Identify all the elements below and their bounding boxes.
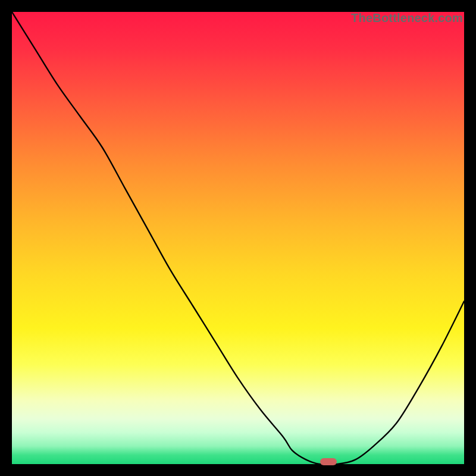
bottleneck-curve: [12, 12, 464, 464]
plot-area: TheBottleneck.com: [12, 12, 464, 464]
curve-path: [12, 12, 464, 464]
chart-stage: TheBottleneck.com: [0, 0, 476, 476]
optimum-marker: [320, 458, 337, 465]
